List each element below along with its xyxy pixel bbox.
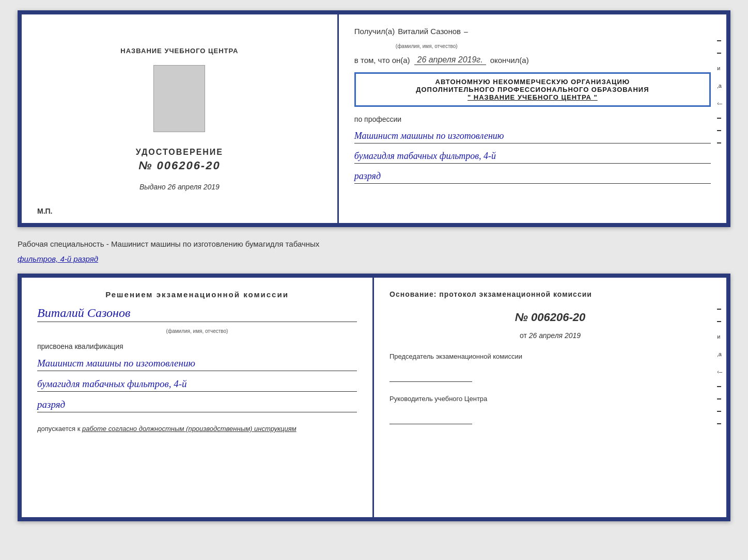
doc-number: № 006206-20	[389, 311, 711, 324]
admission-text: работе согласно должностным (производств…	[82, 425, 297, 433]
recipient-subtitle-line: (фамилия, имя, отчество)	[354, 41, 711, 50]
cert-issued: Выдано 26 апреля 2019	[139, 183, 220, 191]
edge-b-mark-3	[717, 386, 721, 387]
edge-mark-arr: ‹–	[717, 100, 722, 106]
cert-title: УДОСТОВЕРЕНИЕ	[136, 148, 223, 157]
profession-label: по профессии	[354, 115, 711, 123]
recipient-prefix: Получил(а)	[354, 27, 395, 36]
specialist-text1: Рабочая специальность - Машинист машины …	[18, 239, 319, 248]
profession-line2: бумагидля табачных фильтров, 4-й	[354, 151, 711, 164]
recipient-name: Виталий Сазонов	[398, 27, 461, 36]
specialist-label-line2: фильтров, 4-й разряд	[18, 250, 730, 265]
recipient-subtitle: (фамилия, имя, отчество)	[396, 43, 458, 49]
profession-line3: разряд	[354, 171, 711, 184]
bottom-cert-right-panel: Основание: протокол экзаменационной коми…	[374, 278, 726, 517]
edge-b-mark-4	[717, 398, 721, 399]
edge-mark-i: и	[717, 65, 722, 71]
director-signature-line	[389, 414, 472, 424]
bottom-certificate: Решением экзаменационной комиссии Витали…	[18, 274, 730, 521]
edge-mark-5	[717, 142, 721, 143]
assigned-label: присвоена квалификация	[37, 342, 357, 350]
right-edge-marks-bottom: и ‚а ‹–	[717, 309, 722, 424]
specialist-label-section: Рабочая специальность - Машинист машины …	[18, 235, 730, 265]
recipient-line: Получил(а) Виталий Сазонов –	[354, 27, 711, 36]
chairman-signature-line	[389, 372, 472, 382]
director-label: Руководитель учебного Центра	[389, 394, 711, 404]
top-cert-left-panel: НАЗВАНИЕ УЧЕБНОГО ЦЕНТРА УДОСТОВЕРЕНИЕ №…	[22, 14, 339, 223]
doc-date-prefix: от	[520, 331, 527, 340]
edge-b-mark-6	[717, 423, 721, 424]
qual-line3: разряд	[37, 399, 357, 412]
basis-label: Основание: протокол экзаменационной коми…	[389, 290, 711, 298]
director-block: Руководитель учебного Центра	[389, 394, 711, 424]
admission-prefix: допускается к	[37, 425, 80, 433]
vtom-line: в том, что он(а) 26 апреля 2019г. окончи…	[354, 55, 711, 65]
edge-b-mark-5	[717, 411, 721, 412]
profession-line1: Машинист машины по изготовлению	[354, 131, 711, 143]
edge-b-mark-arr: ‹–	[717, 369, 722, 375]
edge-b-mark-i: и	[717, 333, 722, 340]
stamp-line1: АВТОНОМНУЮ НЕКОММЕРЧЕСКУЮ ОРГАНИЗАЦИЮ	[362, 78, 703, 86]
bottom-cert-left-panel: Решением экзаменационной комиссии Витали…	[22, 278, 374, 517]
edge-mark-4	[717, 130, 721, 131]
vtom-date: 26 апреля 2019г.	[414, 55, 486, 65]
chairman-label: Председатель экзаменационной комиссии	[389, 352, 711, 361]
edge-mark-1	[717, 40, 721, 41]
doc-date: 26 апреля 2019	[529, 331, 581, 340]
top-cert-right-panel: Получил(а) Виталий Сазонов – (фамилия, и…	[339, 14, 726, 223]
issued-label: Выдано	[139, 183, 166, 191]
top-certificate: НАЗВАНИЕ УЧЕБНОГО ЦЕНТРА УДОСТОВЕРЕНИЕ №…	[18, 10, 730, 227]
bottom-person-subtitle: (фамилия, имя, отчество)	[37, 328, 357, 334]
stamp-line2: ДОПОЛНИТЕЛЬНОГО ПРОФЕССИОНАЛЬНОГО ОБРАЗО…	[362, 86, 703, 93]
qual-line2: бумагидля табачных фильтров, 4-й	[37, 378, 357, 392]
vtom-suffix: окончил(а)	[490, 56, 529, 65]
chairman-block: Председатель экзаменационной комиссии	[389, 352, 711, 382]
stamp-line3: " НАЗВАНИЕ УЧЕБНОГО ЦЕНТРА "	[362, 93, 703, 101]
bottom-person-name: Виталий Сазонов	[37, 306, 357, 322]
specialist-label-line1: Рабочая специальность - Машинист машины …	[18, 235, 730, 250]
edge-b-mark-a: ‚а	[717, 351, 722, 357]
cert-photo-placeholder	[153, 65, 205, 132]
right-edge-marks: и ‚а ‹–	[717, 40, 722, 143]
mp-label: М.П.	[37, 207, 53, 215]
top-cert-heading: НАЗВАНИЕ УЧЕБНОГО ЦЕНТРА	[120, 47, 238, 55]
specialist-text2: фильтров, 4-й разряд	[18, 254, 98, 263]
edge-mark-a: ‚а	[717, 83, 722, 89]
cert-number: № 006206-20	[138, 159, 221, 172]
admission-line: допускается к работе согласно должностны…	[37, 425, 357, 433]
qual-line1: Машинист машины по изготовлению	[37, 358, 357, 371]
issued-date: 26 апреля 2019	[167, 183, 219, 191]
stamp-block: АВТОНОМНУЮ НЕКОММЕРЧЕСКУЮ ОРГАНИЗАЦИЮ ДО…	[354, 72, 711, 107]
edge-mark-3	[717, 118, 721, 119]
doc-date-line: от 26 апреля 2019	[389, 331, 711, 340]
vtom-prefix: в том, что он(а)	[354, 56, 410, 65]
edge-b-mark-2	[717, 321, 721, 322]
decision-heading: Решением экзаменационной комиссии	[37, 290, 357, 299]
edge-b-mark-1	[717, 309, 721, 310]
edge-mark-2	[717, 53, 721, 54]
